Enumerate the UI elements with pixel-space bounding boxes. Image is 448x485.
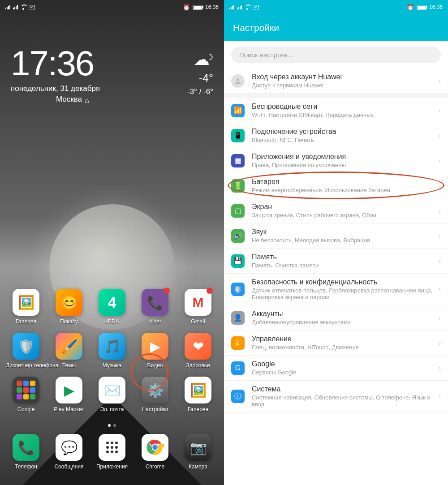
sound-icon: 🔊 — [231, 229, 245, 243]
settings-list: 📶Беспроводные сетиWi-Fi, Настройки SIM-к… — [224, 98, 448, 412]
themes-icon: 🖌️ — [56, 333, 82, 360]
item-title: Аккаунты — [252, 310, 435, 318]
app-label: Эл. почта — [92, 406, 132, 412]
huawei-account-row[interactable]: Вход через аккаунт HuaweiДоступ к сервис… — [224, 69, 448, 94]
system-icon: ⓘ — [231, 390, 245, 403]
app-gallery[interactable]: 🖼️Галерея — [6, 289, 46, 325]
settings-row-apps[interactable]: ▦Приложения и уведомленияПрава, Приложен… — [224, 148, 448, 173]
wifi-icon — [245, 4, 250, 10]
app-email[interactable]: ✉️Эл. почта — [92, 377, 132, 412]
clock-weather-widget[interactable]: 17:36 понедельник, 31 декабря Москва ☁☽ … — [0, 14, 224, 104]
item-title: Вход через аккаунт Huawei — [252, 73, 435, 81]
chevron-right-icon: › — [439, 285, 441, 293]
chevron-right-icon: › — [439, 77, 441, 85]
mail-icon: M — [253, 5, 259, 9]
settings-row-screen[interactable]: ▢ЭкранЗащита зрения, Стиль рабочего экра… — [224, 198, 448, 223]
account-avatar-icon — [231, 74, 245, 88]
phone-manager-icon: 🛡️ — [13, 333, 39, 360]
item-sub: Датчик отпечатков пальцев, Разблокировка… — [252, 287, 435, 300]
gallery2-icon: 🖼️ — [185, 377, 211, 403]
dock: 📞Телефон💬СообщенияПриложенияChrome📷Камер… — [4, 432, 220, 477]
chevron-right-icon: › — [439, 339, 441, 347]
weather-range: -3° / -6° — [187, 87, 213, 96]
app-label: Chrome — [135, 464, 175, 470]
status-time: 16:36 — [429, 4, 443, 10]
app-label: Здоровье — [178, 362, 218, 369]
chevron-right-icon: › — [439, 364, 441, 372]
health-icon: ❤ — [185, 333, 211, 360]
item-sub: Защита зрения, Стиль рабочего экрана, Об… — [252, 212, 435, 219]
app-music[interactable]: 🎵Музыка — [92, 333, 132, 369]
search-input[interactable]: Поиск настроек... — [231, 47, 441, 63]
email-icon: ✉️ — [99, 377, 125, 403]
item-title: Звук — [252, 228, 435, 236]
app-messages[interactable]: 💬Сообщения — [49, 434, 89, 470]
item-sub: Режим энергосбережения, Использование ба… — [252, 187, 435, 193]
settings-row-google[interactable]: GGoogleСервисы Google› — [224, 356, 448, 381]
page-indicator[interactable] — [4, 421, 220, 429]
app-health[interactable]: ❤Здоровье — [178, 333, 218, 369]
item-sub: Память, Очистка памяти — [252, 262, 435, 269]
app-label: Viber — [135, 318, 175, 325]
app-themes[interactable]: 🖌️Темы — [49, 333, 89, 369]
app-label: 4PDA — [92, 318, 132, 325]
settings-row-accounts[interactable]: 👤АккаунтыДобавление/управление аккаунтам… — [224, 305, 448, 330]
chevron-right-icon: › — [439, 157, 441, 165]
device-icon: 📱 — [231, 129, 245, 142]
settings-row-device[interactable]: 📱Подключение устройстваBluetooth, NFC, П… — [224, 123, 448, 148]
settings-title: Настройки — [224, 14, 448, 41]
clock-date: понедельник, 31 декабря — [11, 84, 100, 93]
clock-city: Москва — [56, 95, 82, 104]
settings-row-battery[interactable]: 🔋БатареяРежим энергосбережения, Использо… — [224, 173, 448, 198]
chrome-icon — [142, 434, 168, 461]
item-sub: Спец. возможности, HiTouch, Движения — [252, 344, 435, 351]
control-icon: ✋ — [231, 336, 245, 350]
chevron-right-icon: › — [439, 107, 441, 115]
mail-icon: M — [29, 5, 35, 9]
app-chrome[interactable]: Chrome — [135, 434, 175, 470]
app-gallery2[interactable]: 🖼️Галерея — [178, 377, 218, 412]
play-icon: ▶ — [56, 377, 82, 403]
viber-icon: 📞 — [142, 289, 168, 316]
4pda-icon: 4 — [99, 289, 125, 316]
item-title: Система — [252, 385, 435, 393]
item-sub: Сервисы Google — [252, 369, 435, 376]
app-pikabu[interactable]: 😊Пикабу — [49, 289, 89, 325]
app-label: Темы — [49, 362, 89, 369]
clock-time: 17:36 — [11, 46, 100, 81]
settings-row-storage[interactable]: 💾ПамятьПамять, Очистка памяти› — [224, 249, 448, 274]
app-viber[interactable]: 📞Viber — [135, 289, 175, 325]
settings-row-wireless[interactable]: 📶Беспроводные сетиWi-Fi, Настройки SIM-к… — [224, 98, 448, 123]
item-sub: Системная навигация, Обновление системы,… — [252, 394, 435, 408]
gallery-icon: 🖼️ — [13, 289, 39, 316]
app-camera[interactable]: 📷Камера — [178, 434, 218, 470]
settings-row-system[interactable]: ⓘСистемаСистемная навигация, Обновление … — [224, 381, 448, 412]
settings-row-security[interactable]: 🛡️Безопасность и конфиденциальностьДатчи… — [224, 274, 448, 305]
app-play[interactable]: ▶Play Маркет — [49, 377, 89, 412]
chevron-right-icon: › — [439, 392, 441, 400]
app-phone[interactable]: 📞Телефон — [6, 434, 46, 470]
item-sub: Доступ к сервисам Huawei — [252, 82, 435, 89]
item-sub: Wi-Fi, Настройки SIM-карт, Передача данн… — [252, 112, 435, 118]
settings-row-control[interactable]: ✋УправлениеСпец. возможности, HiTouch, Д… — [224, 330, 448, 356]
google-icon: G — [231, 361, 245, 375]
signal-icon-2 — [13, 5, 18, 9]
chevron-right-icon: › — [439, 257, 441, 265]
pikabu-icon: 😊 — [56, 289, 82, 316]
item-title: Подключение устройства — [252, 128, 435, 136]
app-label: Музыка — [92, 362, 132, 369]
weather-icon: ☁☽ — [187, 50, 213, 69]
app-label: Галерея — [6, 318, 46, 325]
app-apps[interactable]: Приложения — [92, 434, 132, 470]
app-gmail[interactable]: MGmail — [178, 289, 218, 325]
status-bar: M ⏰ 16:36 — [0, 0, 224, 14]
app-label: Gmail — [178, 318, 218, 325]
app-google-folder[interactable]: Google — [6, 377, 46, 412]
battery-icon: 🔋 — [231, 179, 245, 193]
app-label: Диспетчер телефона — [6, 362, 46, 369]
app-4pda[interactable]: 44PDA — [92, 289, 132, 325]
status-bar: M ⏰ 16:36 — [224, 0, 448, 14]
app-phone-manager[interactable]: 🛡️Диспетчер телефона — [6, 333, 46, 369]
settings-row-sound[interactable]: 🔊ЗвукНе беспокоить, Мелодия вызова, Вибр… — [224, 223, 448, 249]
item-title: Экран — [252, 203, 435, 211]
